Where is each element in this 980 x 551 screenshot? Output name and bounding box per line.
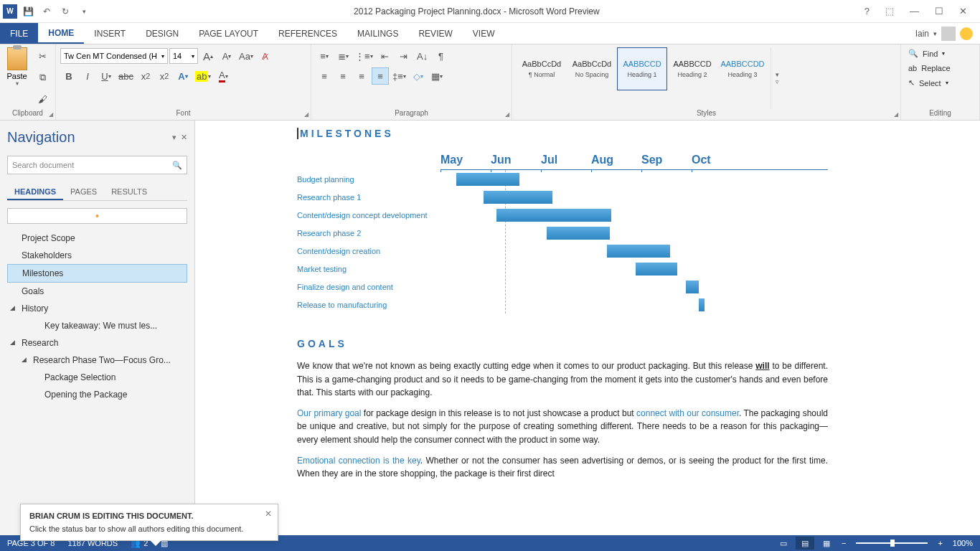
find-button[interactable]: 🔍Find▾ [905,47,975,60]
align-justify-icon[interactable]: ≡ [372,67,389,85]
expand-icon[interactable]: ◢ [22,356,27,363]
select-button[interactable]: ↖Select▾ [905,77,975,89]
underline-button[interactable]: U▾ [98,67,115,85]
style-item-no-spacing[interactable]: AaBbCcDdNo Spacing [567,47,617,90]
paste-button[interactable]: Paste ▾ [4,47,29,87]
subscript-button[interactable]: x2 [137,67,154,85]
gallery-more-icon[interactable]: ▾▿ [771,47,783,109]
superscript-button[interactable]: x2 [156,67,173,85]
shading-icon[interactable]: ◇▾ [410,67,427,85]
avatar [941,27,956,41]
line-spacing-icon[interactable]: ‡≡▾ [390,67,408,85]
minimize-icon[interactable]: — [907,3,922,19]
tab-insert[interactable]: INSERT [84,23,136,44]
clear-format-icon[interactable]: A̷ [257,47,274,65]
tab-mailings[interactable]: MAILINGS [347,23,408,44]
align-right-icon[interactable]: ≡ [353,67,370,85]
tab-design[interactable]: DESIGN [136,23,189,44]
tab-references[interactable]: REFERENCES [268,23,347,44]
nav-item[interactable]: Package Selection [7,369,187,386]
dialog-launcher-icon[interactable]: ◢ [505,111,509,118]
copy-icon[interactable]: ⧉ [34,69,51,86]
dialog-launcher-icon[interactable]: ◢ [304,111,308,118]
style-item-heading-2[interactable]: AABBCCDHeading 2 [667,47,717,90]
change-case-icon[interactable]: Aa▾ [237,47,255,65]
document-area[interactable]: MILESTONES MayJunJulAugSepOct Budget pla… [195,121,980,535]
close-icon[interactable]: ✕ [181,133,187,142]
tab-review[interactable]: REVIEW [408,23,462,44]
group-label-font: Font [60,109,306,118]
sort-icon[interactable]: A↓ [414,47,431,65]
italic-button[interactable]: I [79,67,96,85]
undo-icon[interactable]: ↶ [39,4,55,19]
nav-item[interactable]: Opening the Package [7,386,187,403]
dialog-launcher-icon[interactable]: ◢ [894,111,898,118]
multilevel-icon[interactable]: ⋮≡▾ [353,47,375,65]
shrink-font-icon[interactable]: A▾ [218,47,235,65]
nav-tab-headings[interactable]: HEADINGS [7,184,63,200]
zoom-out-icon[interactable]: − [839,539,849,547]
tab-pagelayout[interactable]: PAGE LAYOUT [189,23,268,44]
align-left-icon[interactable]: ≡ [316,67,333,85]
close-icon[interactable]: ✕ [265,509,272,519]
style-item--normal[interactable]: AaBbCcDd¶ Normal [517,47,567,90]
nav-item[interactable]: Research◢ [7,334,187,352]
tab-file[interactable]: FILE [0,23,38,44]
style-item-heading-1[interactable]: AABBCCDHeading 1 [617,47,667,90]
save-icon[interactable]: 💾 [20,4,36,19]
show-marks-icon[interactable]: ¶ [433,47,450,65]
font-size-combo[interactable]: 14▾ [169,48,198,64]
nav-item[interactable]: Goals [7,283,187,300]
nav-item[interactable]: Research Phase Two—Focus Gro...◢ [7,352,187,369]
align-center-icon[interactable]: ≡ [334,67,352,85]
nav-search-input[interactable]: Search document 🔍 [7,156,187,174]
qat-customize-icon[interactable]: ▾ [76,4,92,19]
nav-item[interactable]: Stakeholders [7,247,187,264]
user-area[interactable]: Iain ▾ [915,23,980,44]
nav-item[interactable]: History◢ [7,300,187,317]
nav-tab-results[interactable]: RESULTS [104,184,154,200]
zoom-in-icon[interactable]: + [935,539,945,547]
tab-view[interactable]: VIEW [463,23,505,44]
nav-item[interactable]: Key takeaway: We must les... [7,317,187,334]
font-family-combo[interactable]: Tw Cen MT Condensed (H▾ [60,48,168,64]
view-print-icon[interactable]: ▤ [796,537,814,550]
redo-icon[interactable]: ↻ [57,4,73,19]
smiley-icon[interactable] [960,27,973,40]
ribbon-display-icon[interactable]: ⬚ [882,3,897,19]
tab-home[interactable]: HOME [38,23,84,44]
font-color-icon[interactable]: A▾ [215,67,232,85]
jump-indicator[interactable]: • [7,208,187,224]
replace-button[interactable]: abReplace [905,62,975,74]
nav-tabs: HEADINGS PAGES RESULTS [7,184,187,201]
style-item-heading-3[interactable]: AABBCCDDHeading 3 [717,47,768,90]
chevron-down-icon[interactable]: ▾ [172,133,176,142]
view-read-icon[interactable]: ▭ [774,537,793,550]
increase-indent-icon[interactable]: ⇥ [395,47,413,65]
ribbon-collapse-icon[interactable]: ⌃ [969,540,974,548]
nav-tab-pages[interactable]: PAGES [63,184,104,200]
view-web-icon[interactable]: ▦ [817,537,836,550]
format-painter-icon[interactable]: 🖌 [34,90,51,108]
search-placeholder: Search document [12,161,74,169]
cut-icon[interactable]: ✂ [34,47,51,65]
numbering-icon[interactable]: ≣▾ [334,47,352,65]
strike-button[interactable]: abc [116,67,136,85]
text-effects-icon[interactable]: A▾ [174,67,192,85]
help-icon[interactable]: ? [862,3,872,19]
bold-button[interactable]: B [60,67,77,85]
nav-item[interactable]: Milestones [7,264,187,283]
grow-font-icon[interactable]: A▴ [199,47,217,65]
maximize-icon[interactable]: ☐ [932,3,946,19]
nav-item[interactable]: Project Scope [7,230,187,247]
expand-icon[interactable]: ◢ [10,304,15,311]
expand-icon[interactable]: ◢ [10,339,15,346]
highlight-icon[interactable]: ab▾ [193,67,213,85]
decrease-indent-icon[interactable]: ⇤ [377,47,394,65]
close-icon[interactable]: ✕ [956,3,970,19]
dialog-launcher-icon[interactable]: ◢ [49,111,53,118]
bullets-icon[interactable]: ≡▾ [316,47,333,65]
zoom-thumb[interactable] [890,540,895,547]
zoom-slider[interactable] [856,542,928,544]
borders-icon[interactable]: ▦▾ [428,67,446,85]
